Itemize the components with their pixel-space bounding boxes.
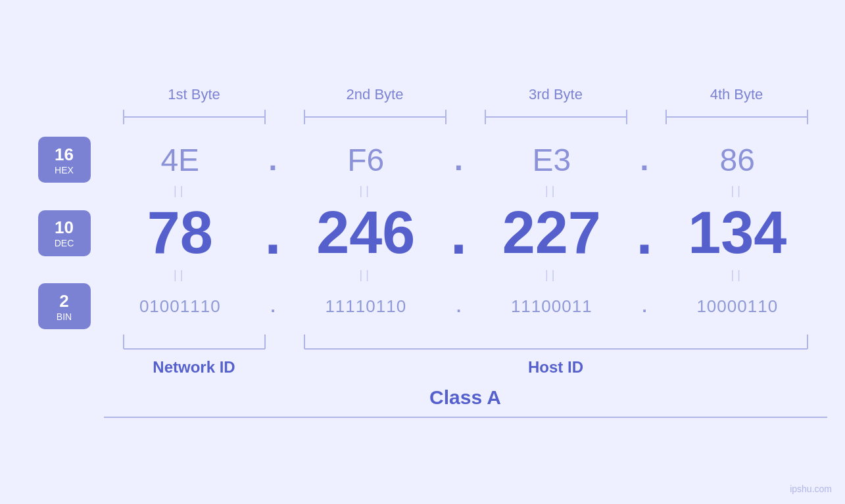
bin-dot-1: .: [260, 298, 286, 315]
hex-base-name: HEX: [55, 165, 74, 175]
bin-byte-4: 10000110: [658, 296, 817, 317]
bin-dot-2: .: [446, 298, 472, 315]
sep-1-b2: ||: [286, 184, 446, 198]
dec-badge-container: 10 DEC: [28, 210, 101, 256]
sep-2-b3: ||: [472, 268, 632, 282]
bin-badge-container: 2 BIN: [28, 283, 101, 329]
byte-header-1: 1st Byte: [104, 86, 285, 103]
hex-byte-4: 86: [658, 142, 817, 178]
sep-row-2: || || || ||: [28, 267, 817, 283]
sep-1-b1: ||: [101, 184, 260, 198]
hex-byte-3: E3: [472, 142, 632, 178]
bottom-labels: Network ID Host ID: [104, 358, 827, 377]
hex-values-row: 4E . F6 . E3 . 86: [101, 142, 817, 178]
hex-dot-1: .: [260, 144, 286, 175]
dec-byte-3: 227: [472, 199, 632, 267]
bin-base-name: BIN: [57, 311, 72, 322]
bin-values-row: 01001110 . 11110110 . 11100011 . 1000011…: [101, 296, 817, 317]
bin-row-container: 2 BIN 01001110 . 11110110 . 11100011 . 1…: [28, 283, 817, 329]
hex-badge: 16 HEX: [38, 137, 91, 183]
dec-values-row: 78 . 246 . 227 . 134: [101, 199, 817, 267]
byte-header-3: 3rd Byte: [466, 86, 646, 103]
bin-byte-1: 01001110: [101, 296, 260, 317]
top-brackets: [104, 110, 827, 127]
bottom-bracket-svg: [104, 334, 827, 354]
hex-dot-2: .: [446, 144, 472, 175]
bin-byte-2: 11110110: [286, 296, 446, 317]
bin-dot-3: .: [631, 298, 658, 315]
sep-row-1: || || || ||: [28, 183, 817, 199]
network-id-label: Network ID: [104, 358, 285, 377]
sep-1-b3: ||: [472, 184, 632, 198]
sep-2-b4: ||: [658, 268, 817, 282]
dec-dot-3: .: [631, 204, 658, 263]
dec-row-container: 10 DEC 78 . 246 . 227 . 134: [28, 199, 817, 267]
hex-base-num: 16: [55, 145, 74, 165]
byte-header-4: 4th Byte: [646, 86, 827, 103]
hex-dot-3: .: [631, 144, 658, 175]
top-bracket-svg: [104, 110, 827, 124]
dec-byte-4: 134: [658, 199, 817, 267]
byte-header-2: 2nd Byte: [285, 86, 466, 103]
sep-2-b2: ||: [286, 268, 446, 282]
bin-byte-3: 11100011: [472, 296, 632, 317]
watermark: ipshu.com: [790, 484, 832, 494]
hex-byte-2: F6: [286, 142, 446, 178]
dec-dot-1: .: [260, 204, 286, 263]
dec-base-name: DEC: [55, 238, 74, 248]
hex-badge-container: 16 HEX: [28, 137, 101, 183]
sep-2-values: || || || ||: [101, 267, 817, 283]
dec-badge: 10 DEC: [38, 210, 91, 256]
main-container: 1st Byte 2nd Byte 3rd Byte 4th Byte: [0, 0, 845, 504]
bottom-brackets: [104, 334, 827, 357]
dec-byte-1: 78: [101, 199, 260, 267]
hex-row-container: 16 HEX 4E . F6 . E3 . 86: [28, 137, 817, 183]
host-id-label: Host ID: [285, 358, 827, 377]
class-row: Class A: [104, 386, 827, 418]
bin-badge: 2 BIN: [38, 283, 91, 329]
byte-headers: 1st Byte 2nd Byte 3rd Byte 4th Byte: [104, 86, 827, 103]
sep-2-b1: ||: [101, 268, 260, 282]
bin-base-num: 2: [59, 291, 68, 311]
sep-1-values: || || || ||: [101, 183, 817, 199]
class-label: Class A: [429, 386, 501, 409]
dec-dot-2: .: [446, 204, 472, 263]
dec-base-num: 10: [55, 218, 74, 238]
sep-1-b4: ||: [658, 184, 817, 198]
hex-byte-1: 4E: [101, 142, 260, 178]
dec-byte-2: 246: [286, 199, 446, 267]
